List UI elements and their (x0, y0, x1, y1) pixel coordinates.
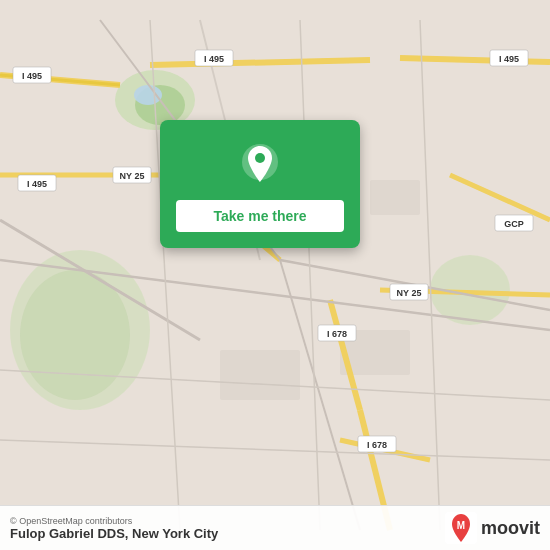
svg-text:GCP: GCP (504, 219, 524, 229)
svg-text:NY 25: NY 25 (397, 288, 422, 298)
map-container: I 495 I 495 I 495 NY 25 NY 25 I 678 I 67… (0, 0, 550, 550)
location-title: Fulop Gabriel DDS, New York City (10, 526, 218, 541)
copyright-text: © OpenStreetMap contributors (10, 516, 218, 526)
svg-text:I 678: I 678 (327, 329, 347, 339)
svg-text:NY 25: NY 25 (120, 171, 145, 181)
svg-text:I 495: I 495 (27, 179, 47, 189)
take-me-there-button[interactable]: Take me there (176, 200, 344, 232)
svg-point-3 (134, 85, 162, 105)
svg-point-52 (255, 153, 265, 163)
svg-text:I 495: I 495 (204, 54, 224, 64)
location-info: © OpenStreetMap contributors Fulop Gabri… (10, 516, 218, 541)
svg-text:I 495: I 495 (22, 71, 42, 81)
svg-rect-8 (370, 180, 420, 215)
moovit-brand-text: moovit (481, 518, 540, 539)
map-roads: I 495 I 495 I 495 NY 25 NY 25 I 678 I 67… (0, 0, 550, 550)
map-pin-icon (236, 140, 284, 188)
svg-text:M: M (457, 520, 465, 531)
bottom-bar: © OpenStreetMap contributors Fulop Gabri… (0, 505, 550, 550)
svg-text:I 678: I 678 (367, 440, 387, 450)
svg-rect-9 (220, 350, 300, 400)
svg-text:I 495: I 495 (499, 54, 519, 64)
moovit-logo: M moovit (445, 512, 540, 544)
moovit-brand-icon: M (445, 512, 477, 544)
navigation-card: Take me there (160, 120, 360, 248)
